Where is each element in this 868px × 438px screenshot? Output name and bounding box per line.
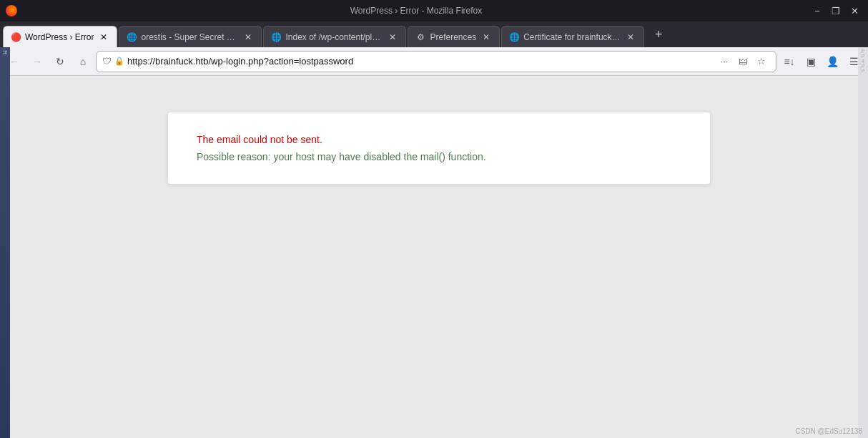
error-line-1: The email could not be sent. — [197, 134, 681, 145]
tab-favicon-1: 🔴 — [11, 32, 21, 42]
lock-icon: 🔒 — [114, 57, 124, 66]
shield-icon: 🛡 — [102, 56, 112, 67]
library-button[interactable]: ≡↓ — [779, 52, 799, 72]
left-sidebar-strip: R — [0, 47, 10, 438]
right-sidebar-letters: P P 4 P P — [858, 47, 868, 438]
tab-close-2[interactable]: ✕ — [242, 31, 254, 43]
tab-preferences[interactable]: ⚙ Preferences ✕ — [408, 26, 500, 47]
tab-label-4: Preferences — [430, 32, 476, 42]
tab-close-4[interactable]: ✕ — [480, 31, 492, 43]
page-background: The email could not be sent. Possible re… — [10, 76, 868, 438]
tab-close-3[interactable]: ✕ — [387, 31, 398, 43]
tab-favicon-4: ⚙ — [415, 32, 425, 42]
forward-button[interactable]: → — [27, 52, 47, 72]
home-button[interactable]: ⌂ — [73, 52, 93, 72]
watermark: CSDN @EdSu12138 — [795, 427, 862, 435]
address-input[interactable] — [127, 56, 713, 67]
error-line-2: Possible reason: your host may have disa… — [197, 151, 681, 162]
error-content-box: The email could not be sent. Possible re… — [167, 112, 711, 185]
reload-button[interactable]: ↻ — [50, 52, 70, 72]
window-controls: − ❐ ✕ — [809, 4, 862, 17]
tab-close-5[interactable]: ✕ — [625, 31, 636, 43]
nav-right-controls: ≡↓ ▣ 👤 ☰ — [779, 52, 864, 72]
tab-index-plugins[interactable]: 🌐 Index of /wp-content/plugin… ✕ — [263, 26, 406, 47]
tab-label-2: orestis - Super Secret Forum — [141, 32, 238, 42]
tab-favicon-5: 🌐 — [509, 32, 519, 42]
close-button[interactable]: ✕ — [847, 4, 862, 17]
tabbar: 🔴 WordPress › Error ✕ 🌐 orestis - Super … — [0, 21, 868, 47]
pocket-button[interactable]: 🜲 — [734, 53, 751, 70]
tab-close-1[interactable]: ✕ — [98, 31, 109, 43]
sidebar-button[interactable]: ▣ — [801, 52, 821, 72]
tab-certificate[interactable]: 🌐 Certificate for brainfuck.htb ✕ — [501, 26, 644, 47]
tab-label-1: WordPress › Error — [25, 32, 94, 42]
sidebar-letter-r: R — [1, 50, 9, 56]
tab-wordpress-error[interactable]: 🔴 WordPress › Error ✕ — [3, 26, 117, 47]
titlebar: WordPress › Error - Mozilla Firefox − ❐ … — [0, 0, 868, 21]
restore-button[interactable]: ❐ — [828, 4, 844, 17]
profile-button[interactable]: 👤 — [822, 52, 842, 72]
address-bar-wrapper: 🛡 🔒 ··· 🜲 ☆ — [96, 51, 776, 72]
address-actions: ··· 🜲 ☆ — [716, 53, 770, 70]
tab-favicon-2: 🌐 — [127, 32, 137, 42]
tab-label-5: Certificate for brainfuck.htb — [523, 32, 621, 42]
bookmark-button[interactable]: ☆ — [753, 53, 770, 70]
tab-favicon-3: 🌐 — [271, 32, 281, 42]
titlebar-title: WordPress › Error - Mozilla Firefox — [23, 6, 809, 16]
navbar: ← → ↻ ⌂ 🛡 🔒 ··· 🜲 ☆ ≡↓ ▣ 👤 ☰ — [0, 47, 868, 76]
minimize-button[interactable]: − — [809, 4, 825, 17]
new-tab-button[interactable]: + — [648, 24, 669, 44]
tab-label-3: Index of /wp-content/plugin… — [285, 32, 383, 42]
firefox-logo-icon — [6, 5, 17, 16]
more-options-button[interactable]: ··· — [716, 53, 733, 70]
tab-super-secret-forum[interactable]: 🌐 orestis - Super Secret Forum ✕ — [119, 26, 262, 47]
